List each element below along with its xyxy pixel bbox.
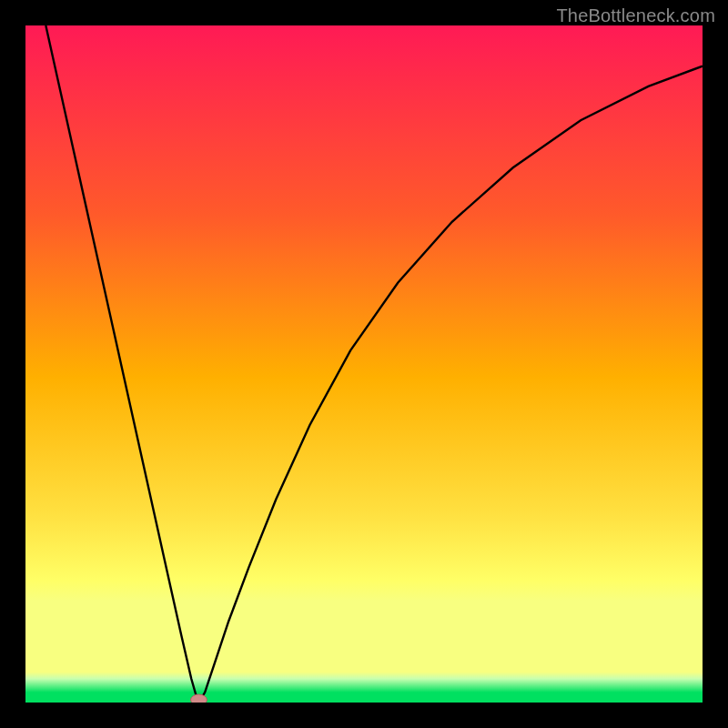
attribution-text: TheBottleneck.com xyxy=(556,5,715,26)
gradient-background xyxy=(25,25,703,703)
optimum-marker xyxy=(191,694,207,703)
bottleneck-chart xyxy=(25,25,703,703)
chart-frame xyxy=(25,25,703,703)
